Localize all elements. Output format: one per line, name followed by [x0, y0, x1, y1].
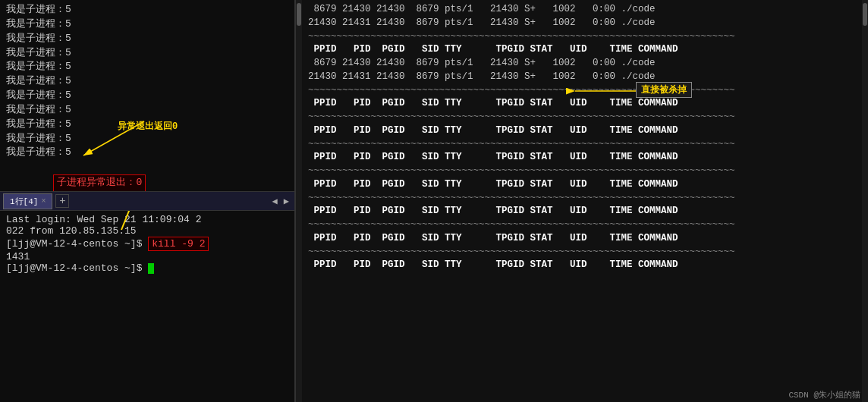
- left-scrollbar[interactable]: [296, 0, 302, 402]
- tab-add-button[interactable]: +: [55, 194, 69, 208]
- exit-line: 子进程异常退出：0: [6, 160, 288, 191]
- tab-1[interactable]: 1行[4] ×: [3, 193, 52, 209]
- child-proc-line-2: 我是子进程：5: [6, 17, 288, 32]
- scrollbar-thumb-right: [863, 3, 867, 26]
- right-panel: 8679 21430 21430 8679 pts/1 21430 S+ 100…: [302, 0, 868, 402]
- cursor-bottom: [148, 263, 154, 274]
- ps-data-1: 8679 21430 21430 8679 pts/1 21430 S+ 100…: [308, 57, 862, 71]
- ps-header-7: PPID PID PGID SID TTY TPGID STAT UID TIM…: [308, 232, 862, 246]
- child-proc-line-10: 我是子进程：5: [6, 132, 288, 146]
- dashes-7: ~~~~~~~~~~~~~~~~~~~~~~~~~~~~~~~~~~~~~~~~…: [308, 218, 862, 232]
- child-proc-line-6: 我是子进程：5: [6, 74, 288, 89]
- kill-line: [ljj@VM-12-4-centos ~]$ kill -9 2: [6, 237, 288, 251]
- annotation-killed: 直接被杀掉: [636, 82, 692, 98]
- ps-header-8: PPID PID PGID SID TTY TPGID STAT UID TIM…: [308, 259, 862, 272]
- kill-command-highlight: kill -9 2: [148, 237, 209, 251]
- dashes-4: ~~~~~~~~~~~~~~~~~~~~~~~~~~~~~~~~~~~~~~~~…: [308, 138, 862, 152]
- ps-header-5: PPID PID PGID SID TTY TPGID STAT UID TIM…: [308, 178, 862, 192]
- dashes-2: ~~~~~~~~~~~~~~~~~~~~~~~~~~~~~~~~~~~~~~~~…: [308, 84, 862, 98]
- ps-header-3: PPID PID PGID SID TTY TPGID STAT UID TIM…: [308, 124, 862, 138]
- tab-close-icon[interactable]: ×: [41, 197, 46, 206]
- tab-bar: 1行[4] × + ◀ ▶: [0, 191, 294, 211]
- annotation-abnormal-exit: 异常退出返回0: [118, 120, 178, 133]
- right-scrollbar[interactable]: [862, 0, 868, 402]
- prompt-bottom-line: [ljj@VM-12-4-centos ~]$: [6, 262, 288, 274]
- ps-header-6: PPID PID PGID SID TTY TPGID STAT UID TIM…: [308, 205, 862, 218]
- left-panel: 我是子进程：5 我是子进程：5 我是子进程：5 我是子进程：5 我是子进程：5 …: [0, 0, 296, 402]
- dashes-8: ~~~~~~~~~~~~~~~~~~~~~~~~~~~~~~~~~~~~~~~~…: [308, 246, 862, 259]
- dashes-1: ~~~~~~~~~~~~~~~~~~~~~~~~~~~~~~~~~~~~~~~~…: [308, 30, 862, 44]
- child-proc-line-1: 我是子进程：5: [6, 3, 288, 17]
- terminal-top: 我是子进程：5 我是子进程：5 我是子进程：5 我是子进程：5 我是子进程：5 …: [0, 0, 294, 191]
- login-line-2: 022 from 120.85.135.15: [6, 225, 288, 237]
- ps-data-2: 21430 21431 21430 8679 pts/1 21430 S+ 10…: [308, 71, 862, 84]
- ps-header-4: PPID PID PGID SID TTY TPGID STAT UID TIM…: [308, 151, 862, 165]
- login-line-1: Last login: Wed Sep 21 11:09:04 2: [6, 214, 288, 225]
- ps-line-2: 21430 21431 21430 8679 pts/1 21430 S+ 10…: [308, 17, 862, 30]
- dashes-5: ~~~~~~~~~~~~~~~~~~~~~~~~~~~~~~~~~~~~~~~~…: [308, 165, 862, 178]
- child-proc-line-11: 我是子进程：5: [6, 146, 288, 160]
- tab-nav-right[interactable]: ▶: [281, 196, 291, 207]
- main-container: 我是子进程：5 我是子进程：5 我是子进程：5 我是子进程：5 我是子进程：5 …: [0, 0, 868, 402]
- child-proc-line-7: 我是子进程：5: [6, 89, 288, 103]
- ps-header-2: PPID PID PGID SID TTY TPGID STAT UID TIM…: [308, 97, 862, 111]
- tab-label: 1行[4]: [10, 196, 38, 207]
- terminal-bottom: Last login: Wed Sep 21 11:09:04 2 022 fr…: [0, 211, 294, 402]
- kill-line-2: 1431: [6, 251, 288, 262]
- ps-header-1: PPID PID PGID SID TTY TPGID STAT UID TIM…: [308, 43, 862, 57]
- tab-nav-left[interactable]: ◀: [270, 196, 280, 207]
- child-proc-line-3: 我是子进程：5: [6, 32, 288, 46]
- tab-nav: ◀ ▶: [270, 196, 291, 207]
- watermark: CSDN @朱小姐的猫: [788, 389, 860, 400]
- ps-line-1: 8679 21430 21430 8679 pts/1 21430 S+ 100…: [308, 3, 862, 17]
- exit-highlight: 子进程异常退出：0: [53, 174, 146, 191]
- child-proc-line-8: 我是子进程：5: [6, 103, 288, 118]
- child-proc-line-4: 我是子进程：5: [6, 46, 288, 61]
- scrollbar-thumb-left: [297, 3, 301, 26]
- child-proc-line-5: 我是子进程：5: [6, 60, 288, 74]
- dashes-6: ~~~~~~~~~~~~~~~~~~~~~~~~~~~~~~~~~~~~~~~~…: [308, 192, 862, 206]
- dashes-3: ~~~~~~~~~~~~~~~~~~~~~~~~~~~~~~~~~~~~~~~~…: [308, 111, 862, 124]
